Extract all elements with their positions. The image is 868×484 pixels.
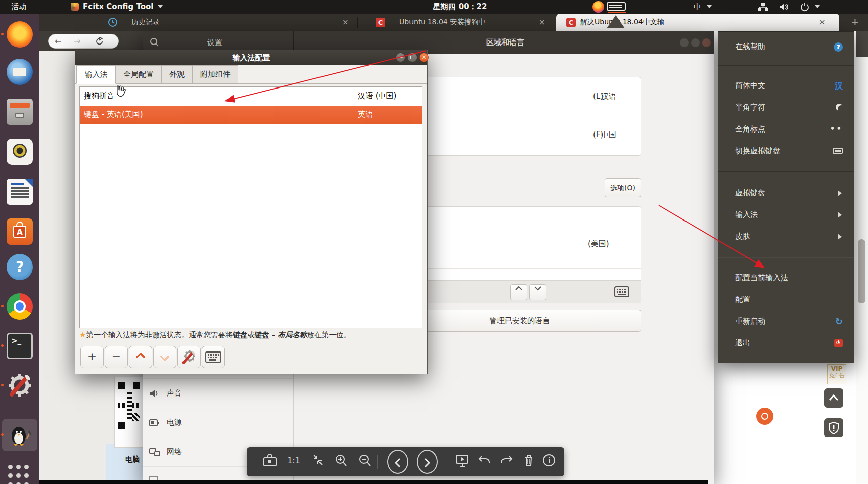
back-icon[interactable]: ← (55, 36, 61, 46)
source-english-us[interactable]: (美国) (588, 239, 609, 249)
browser-scrollbar[interactable] (856, 31, 868, 484)
tab-close-button[interactable]: × (819, 18, 826, 27)
dock-fcitx-config-icon[interactable] (7, 372, 33, 399)
zoom-out-icon[interactable] (356, 453, 374, 471)
manage-languages-button[interactable]: 管理已安装的语言 (398, 310, 641, 332)
move-up-button[interactable] (510, 284, 527, 300)
search-icon[interactable] (150, 37, 160, 50)
menu-item-exit[interactable]: 退出 (718, 332, 854, 354)
menu-item-halfwidth[interactable]: 半角字符 (718, 97, 854, 118)
dock-help-icon[interactable]: ? (7, 254, 33, 280)
dialog-maximize-button[interactable] (407, 53, 417, 62)
dock: A ? >_ (0, 14, 39, 484)
trash-icon[interactable] (520, 453, 538, 471)
forward-icon[interactable]: → (74, 36, 80, 46)
report-button[interactable] (824, 418, 843, 437)
slideshow-icon[interactable] (453, 453, 471, 471)
tab-close-button[interactable]: × (342, 18, 349, 27)
keyboard-icon (205, 351, 221, 363)
tab-history[interactable]: 历史记录 × (99, 14, 357, 31)
scrollbar-thumb[interactable] (858, 239, 865, 303)
list-item-keyboard-english[interactable]: 键盘 - 英语(美国) 英语 (80, 106, 422, 124)
reload-icon[interactable] (95, 37, 104, 48)
activities-button[interactable]: 活动 (11, 2, 26, 12)
back-to-top-button[interactable] (824, 388, 843, 408)
volume-tray-icon[interactable] (779, 2, 790, 14)
menu-item-configure[interactable]: 配置 (718, 289, 854, 311)
minimize-button[interactable] (680, 38, 689, 47)
url-bar[interactable]: ← → (48, 34, 119, 49)
dock-thunderbird-icon[interactable] (7, 59, 33, 85)
menu-item-fullwidth-punct[interactable]: 全角标点 •• (718, 118, 854, 140)
dialog-tab-addon[interactable]: 附加组件 (193, 65, 238, 84)
move-up-button[interactable] (129, 346, 152, 368)
input-source-indicator[interactable]: 中 (694, 2, 701, 12)
dock-rhythmbox-icon[interactable] (7, 139, 33, 165)
move-down-button[interactable] (529, 284, 546, 300)
menu-item-virtual-keyboard[interactable]: 虚拟键盘 (718, 182, 854, 204)
menu-item-toggle-virtual-keyboard[interactable]: 切换虚拟键盘 (718, 140, 854, 162)
keyboard-layout-button[interactable] (202, 346, 225, 368)
zoom-1-1-button[interactable]: 1:1 (285, 456, 303, 474)
list-item-sogou[interactable]: 搜狗拼音 汉语 (中国) (80, 87, 422, 106)
sidebar-item-power[interactable]: 电源 (143, 408, 293, 437)
move-down-button-disabled[interactable] (153, 346, 176, 368)
redo-icon[interactable] (497, 453, 516, 471)
submenu-arrow-icon (838, 234, 842, 240)
shield-exclamation-icon (824, 418, 843, 437)
options-button[interactable]: 选项(O) (605, 178, 641, 197)
new-tab-button[interactable]: + (851, 16, 859, 28)
menu-item-input-method[interactable]: 输入法 (718, 204, 854, 226)
tray-keyboard-icon[interactable] (607, 2, 626, 11)
battery-icon (149, 417, 161, 430)
dock-chrome-icon[interactable] (7, 293, 33, 320)
zoom-in-icon[interactable] (332, 453, 350, 471)
configure-im-button[interactable] (177, 346, 201, 368)
dock-firefox-icon[interactable] (7, 21, 33, 48)
vip-ad-free-badge[interactable]: VIP 免广告 (827, 364, 846, 384)
menu-item-simplified-chinese[interactable]: 简体中文 汉 (718, 75, 854, 97)
network-icon (149, 447, 161, 460)
tab-sogou-install[interactable]: C Ubuntu 18.04 安装搜狗中 × (357, 14, 553, 31)
clock[interactable]: 星期四 00：22 (418, 2, 502, 12)
dock-app-grid-icon[interactable] (7, 463, 33, 484)
menu-item-skin[interactable]: 皮肤 (718, 226, 854, 247)
dock-files-icon[interactable] (7, 99, 33, 125)
toolbox-icon[interactable] (261, 453, 279, 471)
feedback-bubble[interactable] (756, 408, 773, 425)
tray-flame-icon[interactable] (592, 1, 604, 13)
star-icon: ★ (79, 330, 86, 339)
close-button[interactable] (702, 38, 711, 47)
dock-fcitx-skin-penguin-icon[interactable] (7, 422, 33, 448)
half-moon-icon (836, 104, 843, 111)
maximize-button[interactable] (691, 38, 700, 47)
menu-item-restart[interactable]: 重新启动 ↻ (718, 311, 854, 332)
remove-input-method-button[interactable]: − (105, 346, 128, 368)
menu-item-online-help[interactable]: 在线帮助 ? (718, 36, 854, 58)
dialog-close-button[interactable]: × (419, 53, 429, 62)
tab-active-solve-input[interactable]: C 解决Ubuntu 18.04中文输 × (556, 14, 839, 31)
network-tray-icon[interactable] (757, 2, 768, 14)
settings-sidebar-title: 设置 (207, 38, 222, 48)
dialog-title-bar[interactable]: 输入法配置 (75, 50, 427, 65)
fit-to-window-icon[interactable] (308, 453, 327, 471)
sidebar-item-sound[interactable]: 声音 (143, 378, 293, 408)
info-icon[interactable] (540, 453, 558, 471)
dock-ubuntu-software-icon[interactable]: A (7, 218, 33, 245)
dialog-tab-appearance[interactable]: 外观 (161, 65, 193, 84)
menu-item-configure-current-im[interactable]: 配置当前输入法 (718, 267, 854, 289)
dialog-tab-input-method[interactable]: 输入法 (76, 65, 116, 84)
menu-pointer-arrow (607, 15, 625, 28)
undo-icon[interactable] (475, 453, 493, 471)
dock-libreoffice-writer-icon[interactable] (7, 179, 33, 205)
keyboard-layout-icon[interactable] (614, 286, 629, 299)
previous-image-button[interactable] (387, 450, 408, 474)
app-menu-title[interactable]: Fcitx Config Tool (83, 2, 153, 12)
add-input-method-button[interactable]: + (80, 346, 104, 368)
tab-close-button[interactable]: × (539, 18, 545, 27)
next-image-button[interactable] (417, 450, 438, 474)
dialog-minimize-button[interactable]: − (396, 53, 405, 62)
dock-terminal-icon[interactable]: >_ (7, 333, 33, 359)
power-tray-icon[interactable] (800, 2, 810, 14)
dialog-tab-global-config[interactable]: 全局配置 (116, 65, 161, 84)
